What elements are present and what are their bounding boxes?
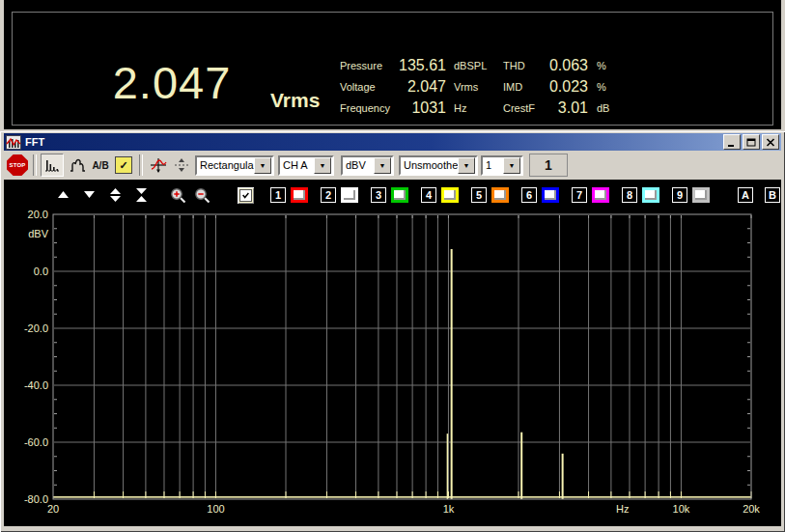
reading-label: Frequency bbox=[340, 102, 398, 114]
curve-number-button[interactable]: 6 bbox=[521, 187, 537, 203]
close-button[interactable] bbox=[762, 134, 779, 150]
curve-number-button[interactable]: 4 bbox=[421, 187, 436, 203]
marker-button[interactable] bbox=[147, 154, 170, 177]
plot-frame bbox=[53, 214, 751, 499]
minimize-icon bbox=[727, 138, 737, 147]
meter-panel: 2.047 Vrms Pressure135.61dBSPLTHD0.063%V… bbox=[4, 0, 781, 129]
curve-number-button[interactable]: 3 bbox=[371, 187, 386, 203]
reading-unit: Hz bbox=[446, 102, 494, 114]
smoothing-select[interactable]: Unsmoothed▼ bbox=[399, 155, 478, 176]
curve-color-swatch[interactable] bbox=[491, 187, 509, 203]
chevron-down-icon[interactable]: ▼ bbox=[374, 157, 391, 174]
toolbar: STOP A/B ✓ bbox=[4, 152, 781, 179]
triangles-out-icon bbox=[109, 187, 122, 203]
measurement-settings-button[interactable]: ✓ bbox=[112, 154, 135, 177]
chevron-down-icon[interactable]: ▼ bbox=[314, 157, 331, 174]
reading-value: 2.047 bbox=[398, 78, 446, 96]
channel-select[interactable]: CH A▼ bbox=[278, 155, 334, 176]
x-tick-label: Hz bbox=[616, 503, 629, 515]
curve-color-swatch[interactable] bbox=[441, 187, 459, 203]
x-tick-label: 100 bbox=[207, 503, 224, 515]
reading-label: CrestF bbox=[494, 102, 545, 114]
spectrum-peak bbox=[447, 434, 449, 499]
curve-color-swatch[interactable] bbox=[341, 187, 358, 203]
maximize-button[interactable] bbox=[743, 134, 760, 150]
spectrum-trace bbox=[53, 249, 751, 499]
reading-value: 3.01 bbox=[545, 99, 588, 117]
reading-label: Voltage bbox=[340, 81, 398, 93]
triangle-down-icon bbox=[83, 187, 96, 203]
triangles-in-icon bbox=[135, 187, 148, 203]
scale-compress-button[interactable] bbox=[134, 187, 148, 203]
curve-number-button[interactable]: 9 bbox=[672, 187, 687, 203]
toolbar-separator bbox=[139, 154, 143, 176]
chevron-down-icon[interactable]: ▼ bbox=[458, 157, 475, 174]
noise-floor-line bbox=[53, 496, 751, 498]
waveform-button[interactable] bbox=[66, 154, 89, 177]
curve-number-button[interactable]: 1 bbox=[270, 187, 286, 203]
main-reading-unit: Vrms bbox=[270, 89, 320, 112]
ab-icon: A/B bbox=[92, 160, 108, 171]
zoom-out-button[interactable] bbox=[194, 187, 210, 204]
memory-buttons: AB bbox=[738, 187, 785, 203]
curve-number-button[interactable]: 7 bbox=[572, 187, 587, 203]
curve-color-swatch[interactable] bbox=[542, 187, 559, 203]
minimize-button[interactable] bbox=[723, 134, 741, 150]
curve-color-swatch[interactable] bbox=[692, 187, 710, 203]
checkbox-check-icon bbox=[239, 189, 252, 202]
triangle-up-icon bbox=[57, 187, 70, 203]
spectrum-peak bbox=[451, 249, 453, 499]
waveform-icon bbox=[69, 156, 87, 174]
fft-window: FFT STOP A/B ✓ bbox=[0, 131, 785, 532]
combo-value: CH A bbox=[280, 159, 314, 171]
titlebar: FFT bbox=[4, 133, 781, 151]
averages-select[interactable]: 1▼ bbox=[481, 155, 523, 176]
memory-b-button[interactable]: B bbox=[765, 187, 780, 203]
y-tick-label: -80.0 bbox=[24, 493, 48, 505]
fft-window-select[interactable]: Rectangular▼ bbox=[195, 155, 274, 176]
delta-marker-icon bbox=[174, 156, 189, 174]
memory-a-button[interactable]: A bbox=[738, 187, 753, 203]
reading-unit: Vrms bbox=[446, 81, 494, 93]
axis-labels: 20.00.0-20.0-40.0-60.0-80.0dBV201001kHz1… bbox=[24, 209, 760, 515]
fft-plot[interactable]: 20.00.0-20.0-40.0-60.0-80.0dBV201001kHz1… bbox=[4, 180, 781, 526]
curve-number-button[interactable]: 5 bbox=[471, 187, 487, 203]
delta-marker-button[interactable] bbox=[170, 154, 193, 177]
scale-down-button[interactable] bbox=[82, 187, 96, 203]
toolbar-combos: Rectangular▼CH A▼dBV▼Unsmoothed▼1▼ bbox=[195, 155, 523, 176]
chevron-down-icon[interactable]: ▼ bbox=[254, 157, 271, 174]
chevron-down-icon[interactable]: ▼ bbox=[503, 157, 520, 174]
stop-icon: STOP bbox=[7, 154, 28, 176]
reading-unit: dB bbox=[588, 102, 617, 114]
fft-display-button[interactable] bbox=[41, 154, 64, 177]
ab-compare-button[interactable]: A/B bbox=[89, 154, 112, 177]
plot-client-area: 20.00.0-20.0-40.0-60.0-80.0dBV201001kHz1… bbox=[4, 180, 781, 526]
x-tick-label: 20 bbox=[47, 503, 59, 515]
scale-expand-button[interactable] bbox=[108, 187, 122, 203]
reading-row: Voltage2.047VrmsIMD0.023% bbox=[340, 76, 617, 98]
y-axis-unit: dBV bbox=[28, 228, 48, 239]
curve-color-swatch[interactable] bbox=[291, 187, 308, 203]
x-tick-label: 10k bbox=[673, 503, 690, 515]
curve-number-button[interactable]: 2 bbox=[321, 187, 336, 203]
curve-slot-bar: 123456789AB bbox=[270, 187, 785, 203]
scale-up-button[interactable] bbox=[56, 187, 70, 203]
stop-button[interactable]: STOP bbox=[7, 154, 28, 176]
curve-color-swatch[interactable] bbox=[592, 187, 609, 203]
y-tick-label: -40.0 bbox=[24, 379, 48, 391]
y-unit-select[interactable]: dBV▼ bbox=[341, 155, 394, 176]
axis-ticks bbox=[54, 215, 751, 498]
reading-value: 1031 bbox=[398, 99, 446, 117]
curve-color-swatch[interactable] bbox=[391, 187, 408, 203]
marker-crosshair-icon bbox=[149, 156, 168, 174]
reading-label: THD bbox=[494, 60, 545, 71]
zoom-in-button[interactable] bbox=[170, 187, 186, 204]
x-tick-label: 1k bbox=[443, 503, 455, 515]
zoom-in-icon bbox=[170, 187, 186, 204]
curve-color-swatch[interactable] bbox=[642, 187, 659, 203]
readings-grid: Pressure135.61dBSPLTHD0.063%Voltage2.047… bbox=[340, 55, 617, 119]
curve-number-button[interactable]: 8 bbox=[622, 187, 637, 203]
reading-value: 0.063 bbox=[545, 57, 588, 74]
active-curve-checkbox[interactable] bbox=[238, 187, 254, 204]
reading-row: Frequency1031HzCrestF3.01dB bbox=[340, 98, 617, 119]
